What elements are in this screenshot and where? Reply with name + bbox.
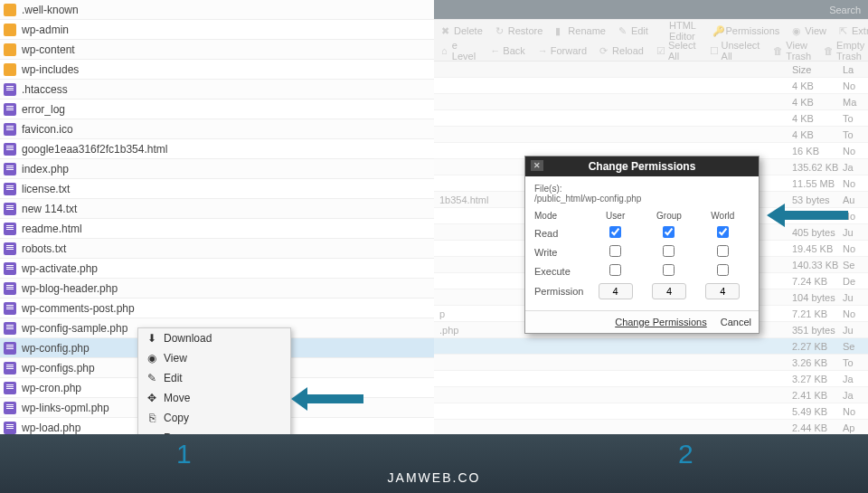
arrow-annotation-1: [291, 387, 363, 411]
cell-size: 3.27 KB: [792, 374, 843, 384]
file-row[interactable]: wp-blog-header.php: [0, 279, 434, 299]
execute-user-checkbox[interactable]: [609, 264, 621, 276]
file-icon: [4, 322, 16, 335]
cell-size: 135.62 KB: [792, 162, 843, 173]
tool-html-editor[interactable]: HTML Editor: [661, 20, 701, 42]
cell-size: 351 bytes: [792, 325, 843, 336]
file-name: wp-links-opml.php: [22, 402, 109, 414]
execute-group-checkbox[interactable]: [663, 264, 675, 276]
perm-group-input[interactable]: [652, 283, 686, 299]
table-row[interactable]: 4 KBNo: [434, 78, 868, 94]
file-row[interactable]: new 114.txt: [0, 199, 434, 219]
tool-restore[interactable]: ↻Restore: [495, 25, 543, 36]
table-row[interactable]: 5.49 KBNo: [434, 403, 868, 420]
file-row[interactable]: wp-activate.php: [0, 259, 434, 279]
tool-delete[interactable]: ✖Delete: [441, 25, 483, 36]
col-modified[interactable]: La: [843, 64, 868, 75]
perm-world-input[interactable]: [705, 283, 740, 299]
tool-permissions[interactable]: 🔑Permissions: [712, 25, 779, 36]
row-read-label: Read: [534, 228, 589, 239]
view-icon: ◉: [792, 25, 802, 35]
file-row[interactable]: .htaccess: [0, 80, 434, 100]
file-row[interactable]: index.php: [0, 159, 434, 179]
file-row[interactable]: favicon.ico: [0, 119, 434, 139]
file-icon: [4, 302, 16, 315]
ctx-copy[interactable]: ⎘Copy: [138, 408, 290, 428]
table-row[interactable]: 3.27 KBJa: [434, 371, 868, 387]
cancel-button[interactable]: Cancel: [721, 317, 751, 327]
file-icon: [4, 223, 16, 235]
execute-world-checkbox[interactable]: [717, 264, 729, 276]
row-write-label: Write: [534, 247, 589, 258]
search-label[interactable]: Search: [829, 5, 861, 15]
table-row[interactable]: 4 KBTo: [434, 110, 868, 127]
read-group-checkbox[interactable]: [663, 226, 675, 238]
change-permissions-dialog: ✕ Change Permissions File(s): /public_ht…: [524, 156, 760, 334]
file-name: new 114.txt: [22, 203, 77, 215]
file-row[interactable]: wp-admin: [0, 20, 434, 40]
table-row[interactable]: 4 KBTo: [434, 127, 868, 143]
cell-modified: Se: [843, 260, 868, 270]
tool-view[interactable]: ◉View: [792, 25, 826, 36]
change-permissions-button[interactable]: Change Permissions: [615, 317, 707, 327]
ctx-move[interactable]: ✥Move: [138, 388, 290, 408]
cell-size: 140.33 KB: [792, 260, 843, 270]
file-row[interactable]: .well-known: [0, 0, 434, 20]
cell-modified: No: [843, 146, 868, 156]
ctx-rename[interactable]: ▮Rename: [138, 428, 290, 434]
write-world-checkbox[interactable]: [717, 245, 729, 257]
read-user-checkbox[interactable]: [609, 226, 621, 238]
table-row[interactable]: 2.41 KBJa: [434, 387, 868, 403]
col-size[interactable]: Size: [792, 64, 843, 75]
folder-icon: [4, 24, 16, 36]
write-user-checkbox[interactable]: [609, 245, 621, 257]
file-name: wp-configs.php: [22, 362, 95, 374]
cell-size: 4 KB: [792, 81, 843, 91]
file-row[interactable]: wp-content: [0, 40, 434, 60]
file-row[interactable]: error_log: [0, 100, 434, 119]
file-row[interactable]: readme.html: [0, 219, 434, 239]
close-icon[interactable]: ✕: [531, 160, 543, 171]
ctx-item-label: Copy: [164, 412, 189, 424]
context-menu: ⬇Download◉View✎Edit✥Move⎘Copy▮Rename🔑Cha…: [137, 327, 291, 434]
file-row[interactable]: google1eaa316f2fc1b354.html: [0, 139, 434, 159]
ctx-view[interactable]: ◉View: [138, 348, 290, 368]
footer: 1 2 JAMWEB.CO: [0, 434, 868, 493]
cell-size: 4 KB: [792, 129, 843, 140]
tool-edit[interactable]: ✎Edit: [618, 25, 648, 36]
folder-icon: [4, 4, 16, 16]
read-world-checkbox[interactable]: [717, 226, 729, 238]
cell-size: 11.55 MB: [792, 178, 843, 189]
perm-user-input[interactable]: [599, 283, 633, 299]
arrow-annotation-2: [767, 204, 848, 227]
ctx-item-label: Move: [164, 392, 190, 404]
cell-size: 5.49 KB: [792, 406, 843, 417]
file-icon: [4, 382, 16, 394]
table-row[interactable]: 3.26 KBTo: [434, 355, 868, 371]
file-name: wp-load.php: [22, 422, 80, 434]
tool-rename[interactable]: ▮Rename: [555, 25, 606, 36]
table-row[interactable]: 4 KBMa: [434, 94, 868, 110]
ctx-download[interactable]: ⬇Download: [138, 328, 290, 348]
write-group-checkbox[interactable]: [663, 245, 675, 257]
file-icon: [4, 183, 16, 195]
cell-size: 4 KB: [792, 113, 843, 124]
cell-modified: No: [843, 406, 868, 417]
step-number-2: 2: [678, 439, 693, 469]
file-row[interactable]: license.txt: [0, 179, 434, 199]
folder-icon: [4, 43, 16, 56]
file-row[interactable]: robots.txt: [0, 239, 434, 259]
ctx-item-label: Rename: [164, 431, 204, 434]
permissions-grid: Mode User Group World Read Write Execute…: [534, 211, 750, 299]
file-row[interactable]: wp-comments-post.php: [0, 299, 434, 318]
cell-size: 2.44 KB: [792, 422, 843, 433]
ctx-edit[interactable]: ✎Edit: [138, 368, 290, 388]
cell-modified: To: [843, 357, 868, 368]
file-icon: [4, 422, 16, 434]
table-row[interactable]: 2.44 KBAp: [434, 420, 868, 434]
tool-extract[interactable]: ⇱Extract: [839, 25, 868, 36]
table-row[interactable]: 2.27 KBSe: [434, 338, 868, 355]
file-row[interactable]: wp-includes: [0, 60, 434, 80]
cell-modified: Se: [843, 341, 868, 352]
move-icon: ✥: [146, 392, 158, 404]
